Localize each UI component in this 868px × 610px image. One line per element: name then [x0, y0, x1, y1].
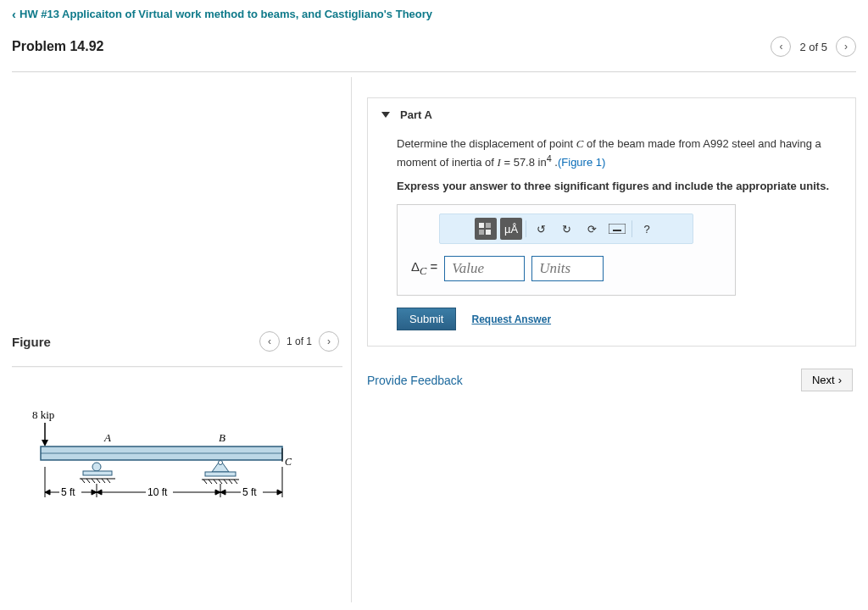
back-link[interactable]: ‹ HW #13 Applicaiton of Virtual work met…: [12, 7, 432, 21]
svg-rect-52: [609, 224, 626, 234]
next-button-label: Next: [812, 374, 835, 386]
svg-rect-49: [486, 223, 491, 228]
back-link-label: HW #13 Applicaiton of Virtual work metho…: [19, 8, 432, 20]
figure-link[interactable]: (Figure 1): [558, 156, 605, 169]
svg-line-28: [234, 480, 237, 484]
svg-text:10 ft: 10 ft: [147, 486, 168, 498]
svg-rect-20: [205, 472, 236, 476]
answer-units-input[interactable]: [531, 256, 604, 281]
svg-marker-36: [45, 490, 50, 495]
part-a-heading: Part A: [400, 108, 432, 121]
answer-variable-label: ΔC =: [411, 259, 437, 278]
redo-icon[interactable]: ↻: [555, 218, 577, 240]
prev-problem-button[interactable]: ‹: [771, 36, 791, 57]
svg-rect-51: [486, 230, 491, 235]
chevron-left-icon: ‹: [12, 7, 16, 21]
svg-line-16: [102, 479, 105, 483]
svg-line-15: [97, 479, 100, 483]
request-answer-link[interactable]: Request Answer: [471, 313, 551, 325]
svg-point-9: [92, 463, 101, 471]
svg-marker-41: [277, 490, 282, 495]
svg-line-26: [224, 480, 227, 484]
svg-line-17: [107, 479, 110, 483]
svg-rect-50: [479, 230, 484, 235]
units-icon[interactable]: µÅ: [500, 218, 522, 240]
svg-text:C: C: [285, 456, 292, 468]
keyboard-icon[interactable]: [606, 218, 628, 240]
next-button[interactable]: Next ›: [801, 369, 853, 391]
problem-pager: ‹ 2 of 5 ›: [771, 36, 856, 57]
next-problem-button[interactable]: ›: [836, 36, 856, 57]
prev-figure-button[interactable]: ‹: [259, 331, 280, 352]
problem-pager-label: 2 of 5: [799, 41, 827, 53]
submit-button[interactable]: Submit: [397, 308, 456, 330]
part-a-header[interactable]: Part A: [368, 98, 855, 128]
provide-feedback-link[interactable]: Provide Feedback: [367, 374, 463, 387]
answer-box: µÅ ↺ ↻ ⟳ ?: [397, 204, 736, 296]
reset-icon[interactable]: ⟳: [581, 218, 603, 240]
svg-line-12: [81, 479, 85, 483]
answer-value-input[interactable]: [444, 256, 525, 281]
svg-marker-2: [42, 440, 48, 446]
svg-text:A: A: [103, 431, 111, 444]
svg-marker-38: [97, 490, 102, 495]
undo-icon[interactable]: ↺: [530, 218, 552, 240]
divider: [12, 366, 342, 367]
svg-marker-40: [220, 490, 225, 495]
figure-image: 8 kip A B C: [12, 372, 342, 527]
problem-title: Problem 14.92: [12, 39, 104, 54]
svg-line-24: [214, 480, 217, 484]
figure-title: Figure: [12, 335, 51, 349]
svg-point-19: [219, 461, 223, 465]
part-a-prompt: Determine the displacement of point C of…: [397, 136, 837, 171]
svg-line-14: [92, 479, 95, 483]
divider: [12, 71, 856, 72]
part-a-card: Part A Determine the displacement of poi…: [367, 97, 856, 347]
figure-pager-label: 1 of 1: [287, 336, 312, 347]
svg-line-22: [203, 480, 207, 484]
templates-icon[interactable]: [475, 218, 497, 240]
answer-toolbar: µÅ ↺ ↻ ⟳ ?: [439, 214, 693, 244]
svg-line-13: [86, 479, 90, 483]
svg-line-25: [219, 480, 222, 484]
svg-text:5 ft: 5 ft: [242, 486, 257, 498]
next-figure-button[interactable]: ›: [319, 331, 339, 352]
chevron-right-icon: ›: [838, 374, 842, 386]
svg-line-23: [209, 480, 212, 484]
collapse-icon: [381, 112, 390, 118]
svg-rect-10: [83, 471, 112, 475]
svg-text:8 kip: 8 kip: [32, 408, 54, 421]
svg-text:5 ft: 5 ft: [61, 486, 75, 498]
svg-line-27: [229, 480, 232, 484]
svg-text:B: B: [219, 431, 225, 444]
part-a-instruction: Express your answer to three significant…: [397, 180, 837, 192]
help-icon[interactable]: ?: [636, 218, 658, 240]
svg-rect-48: [479, 223, 484, 228]
